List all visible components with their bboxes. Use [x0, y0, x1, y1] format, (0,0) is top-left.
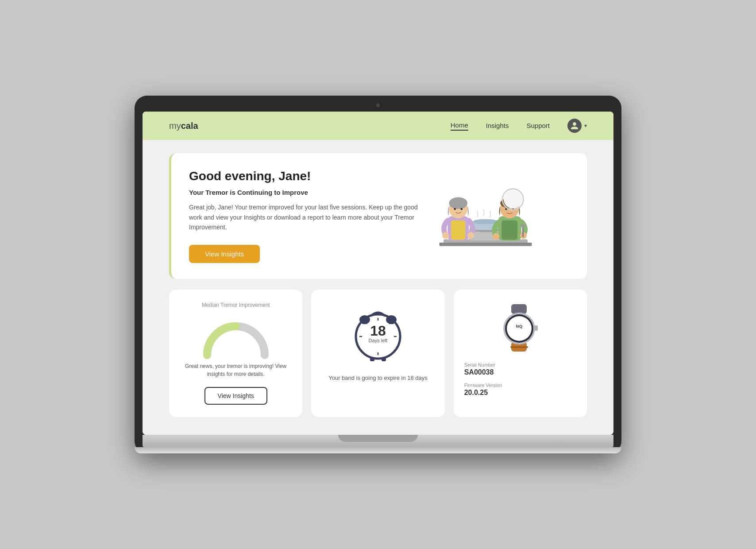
nav-links: Home Insights Support [451, 121, 550, 131]
logo: mycala [169, 121, 198, 131]
nav-support[interactable]: Support [526, 122, 550, 130]
user-avatar-icon [567, 119, 582, 133]
device-image: kIQ [494, 302, 547, 355]
tremor-card: Median Tremor Improvement Great news, yo… [169, 290, 302, 417]
hero-view-insights-button[interactable]: View Insights [189, 245, 260, 263]
nav-home[interactable]: Home [451, 121, 468, 131]
main-content: Good evening, Jane! Your Tremor is Conti… [143, 140, 613, 434]
laptop-frame: mycala Home Insights Support ▾ [135, 96, 621, 453]
svg-rect-37 [382, 358, 386, 361]
watch-svg: kIQ [494, 302, 547, 355]
device-card: kIQ Serial Number SA00038 Firmware Vers [454, 290, 587, 417]
tremor-card-desc: Great news, your tremor is improving! Vi… [180, 362, 292, 378]
nav-insights[interactable]: Insights [486, 122, 509, 130]
nav-user[interactable]: ▾ [567, 119, 587, 133]
svg-point-20 [493, 233, 499, 240]
device-info: Serial Number SA00038 Firmware Version 2… [464, 362, 576, 403]
tremor-card-label: Median Tremor Improvement [202, 302, 270, 308]
serial-label: Serial Number [464, 362, 576, 367]
svg-point-9 [449, 197, 467, 209]
greeting-title: Good evening, Jane! [189, 169, 419, 183]
svg-rect-33 [362, 321, 367, 324]
laptop-camera [376, 104, 380, 107]
firmware-value: 20.0.25 [464, 389, 576, 397]
svg-rect-46 [510, 346, 528, 348]
svg-rect-36 [370, 358, 374, 361]
svg-point-42 [507, 316, 532, 341]
cooking-illustration [432, 176, 539, 260]
svg-point-10 [454, 208, 456, 210]
svg-rect-15 [501, 220, 517, 240]
laptop-notch [338, 435, 418, 442]
navigation: mycala Home Insights Support ▾ [143, 112, 613, 140]
expire-text: Your band is going to expire in 18 days [328, 375, 428, 381]
svg-rect-7 [451, 220, 465, 240]
gauge-container [201, 315, 271, 355]
days-label: Days left [369, 337, 388, 343]
cards-row: Median Tremor Improvement Great news, yo… [169, 290, 587, 417]
hero-body: Great job, Jane! Your tremor improved fo… [189, 202, 419, 232]
svg-rect-1 [440, 243, 532, 246]
clock-center: 18 Days left [369, 323, 388, 343]
laptop-screen: mycala Home Insights Support ▾ [143, 112, 613, 434]
gauge-svg [201, 315, 271, 360]
svg-point-25 [504, 190, 522, 209]
firmware-label: Firmware Version [464, 383, 576, 388]
svg-point-13 [467, 232, 474, 239]
svg-text:kIQ: kIQ [516, 324, 523, 329]
person-icon [570, 121, 579, 130]
svg-rect-38 [511, 304, 527, 314]
svg-rect-35 [389, 321, 394, 324]
serial-value: SA00038 [464, 368, 576, 376]
svg-rect-22 [522, 227, 524, 237]
laptop-bottom [135, 447, 621, 453]
tremor-view-insights-button[interactable]: View Insights [204, 387, 267, 405]
laptop-base [143, 435, 613, 447]
chevron-down-icon: ▾ [584, 123, 587, 129]
hero-card: Good evening, Jane! Your Tremor is Conti… [169, 153, 587, 278]
days-card: 18 Days left Your band is going to expir… [311, 290, 444, 417]
hero-text-content: Good evening, Jane! Your Tremor is Conti… [189, 169, 419, 263]
svg-point-11 [460, 208, 463, 210]
svg-point-12 [442, 232, 449, 239]
clock-container: 18 Days left [347, 302, 409, 364]
hero-subtitle: Your Tremor is Continuing to Improve [189, 189, 419, 196]
days-number: 18 [369, 323, 388, 337]
svg-point-23 [521, 224, 525, 228]
hero-illustration [428, 172, 543, 260]
